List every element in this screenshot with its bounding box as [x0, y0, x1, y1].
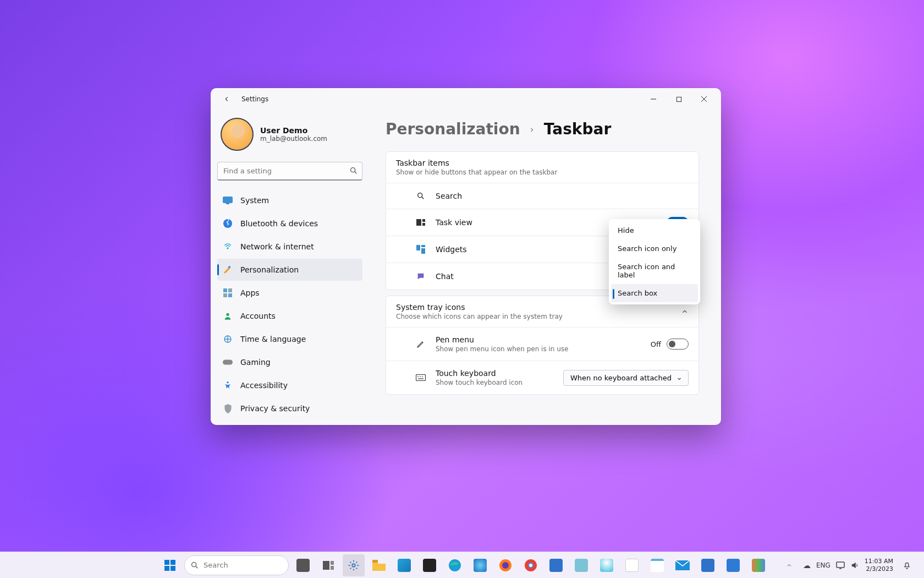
volume-icon[interactable] [850, 561, 859, 569]
network-icon[interactable] [836, 561, 845, 569]
combo-value: When no keyboard attached [570, 374, 672, 382]
svg-rect-24 [416, 245, 420, 250]
start-button[interactable] [159, 554, 181, 576]
tb-calculator[interactable] [292, 554, 314, 576]
svg-rect-17 [223, 360, 233, 365]
nav-privacy[interactable]: Privacy & security [217, 397, 362, 419]
chat-icon [416, 271, 426, 281]
flyout-option-icon-label[interactable]: Search icon and label [611, 258, 698, 284]
svg-point-4 [351, 168, 355, 172]
tb-firefox[interactable] [494, 554, 516, 576]
taskbar: ☁ ENG 11:03 AM 2/3/2023 [0, 552, 924, 578]
svg-rect-13 [223, 293, 227, 297]
profile-block[interactable]: User Demo m_lab@outlook.com [217, 112, 362, 159]
maximize-button[interactable] [666, 89, 691, 109]
nav-time-language[interactable]: Time & language [217, 328, 362, 350]
tray-overflow[interactable] [781, 554, 798, 576]
tb-chrome[interactable] [520, 554, 542, 576]
nav-bluetooth[interactable]: Bluetooth & devices [217, 212, 362, 235]
nav-gaming[interactable]: Gaming [217, 351, 362, 373]
task-view-icon [416, 217, 426, 227]
svg-line-5 [355, 172, 356, 173]
globe-clock-icon [223, 334, 233, 344]
settings-search-input[interactable] [217, 162, 362, 181]
search-mode-flyout: Hide Search icon only Search icon and la… [609, 219, 700, 304]
card-subtitle: Choose which icons can appear in the sys… [396, 313, 563, 320]
avatar [221, 118, 254, 151]
row-sub: Show touch keyboard icon [436, 379, 553, 386]
notifications-button[interactable] [899, 554, 915, 576]
svg-rect-27 [416, 375, 426, 381]
shield-icon [223, 403, 233, 413]
profile-email: m_lab@outlook.com [260, 135, 327, 143]
svg-point-15 [226, 313, 229, 316]
tb-security[interactable] [722, 554, 744, 576]
language-indicator[interactable]: ENG [816, 561, 831, 569]
pen-menu-toggle[interactable] [667, 339, 689, 350]
flyout-option-hide[interactable]: Hide [611, 221, 698, 239]
tb-edge[interactable] [444, 554, 466, 576]
nav-accounts[interactable]: Accounts [217, 305, 362, 327]
bluetooth-icon [223, 219, 233, 228]
tb-store[interactable] [393, 554, 415, 576]
taskbar-search[interactable] [184, 555, 289, 575]
tb-settings[interactable] [343, 554, 365, 576]
keyboard-icon [416, 373, 426, 383]
onedrive-icon[interactable]: ☁ [803, 561, 811, 570]
tb-task-view[interactable] [317, 554, 339, 576]
tb-app-b[interactable] [747, 554, 769, 576]
svg-line-20 [422, 197, 424, 199]
pen-icon [416, 339, 426, 349]
nav-network[interactable]: Network & internet [217, 236, 362, 258]
flyout-option-icon-only[interactable]: Search icon only [611, 239, 698, 258]
taskbar-center [147, 554, 781, 576]
nav-personalization[interactable]: Personalization [217, 259, 362, 281]
svg-rect-33 [170, 560, 175, 565]
card-subtitle: Show or hide buttons that appear on the … [396, 168, 689, 176]
chevron-right-icon: › [530, 123, 534, 135]
svg-rect-11 [223, 288, 227, 292]
tb-tips[interactable] [596, 554, 618, 576]
desktop: Settings User Demo m_lab@outlook.com [0, 0, 924, 578]
widgets-icon [416, 244, 426, 254]
tb-notepad[interactable] [646, 554, 668, 576]
tb-calendar[interactable] [697, 554, 719, 576]
settings-search[interactable] [217, 162, 362, 181]
row-touch-keyboard: Touch keyboard Show touch keyboard icon … [386, 361, 698, 394]
taskbar-search-input[interactable] [204, 561, 297, 569]
settings-window: Settings User Demo m_lab@outlook.com [211, 88, 721, 425]
person-icon [223, 311, 233, 321]
system-tray-card: System tray icons Choose which icons can… [386, 296, 699, 395]
tb-terminal[interactable] [419, 554, 441, 576]
minimize-button[interactable] [641, 89, 666, 109]
row-label: Search [436, 192, 591, 200]
svg-rect-40 [331, 566, 334, 570]
svg-point-36 [192, 562, 196, 566]
tb-mail[interactable] [672, 554, 694, 576]
nav-label: Privacy & security [240, 404, 310, 413]
svg-point-18 [227, 381, 228, 383]
flyout-option-search-box[interactable]: Search box [611, 284, 698, 302]
nav-label: Time & language [240, 335, 306, 343]
breadcrumb-parent[interactable]: Personalization [386, 120, 520, 138]
taskbar-clock[interactable]: 11:03 AM 2/3/2023 [865, 558, 893, 572]
nav-apps[interactable]: Apps [217, 282, 362, 304]
svg-rect-42 [372, 560, 378, 563]
close-button[interactable] [691, 89, 717, 109]
apps-icon [223, 288, 233, 298]
touch-keyboard-combo[interactable]: When no keyboard attached [563, 370, 689, 386]
system-tray[interactable]: ☁ ENG [803, 561, 859, 570]
tb-explorer[interactable] [368, 554, 390, 576]
row-search: Search [386, 183, 698, 209]
breadcrumb-current: Taskbar [544, 120, 611, 138]
tb-paint[interactable] [621, 554, 643, 576]
nav-accessibility[interactable]: Accessibility [217, 374, 362, 396]
tb-copilot[interactable] [469, 554, 491, 576]
tb-word[interactable] [545, 554, 567, 576]
back-button[interactable] [215, 88, 238, 110]
nav-system[interactable]: System [217, 189, 362, 211]
search-icon [349, 166, 358, 175]
card-title: Taskbar items [396, 159, 689, 167]
tb-app-a[interactable] [570, 554, 592, 576]
svg-rect-12 [228, 288, 232, 292]
